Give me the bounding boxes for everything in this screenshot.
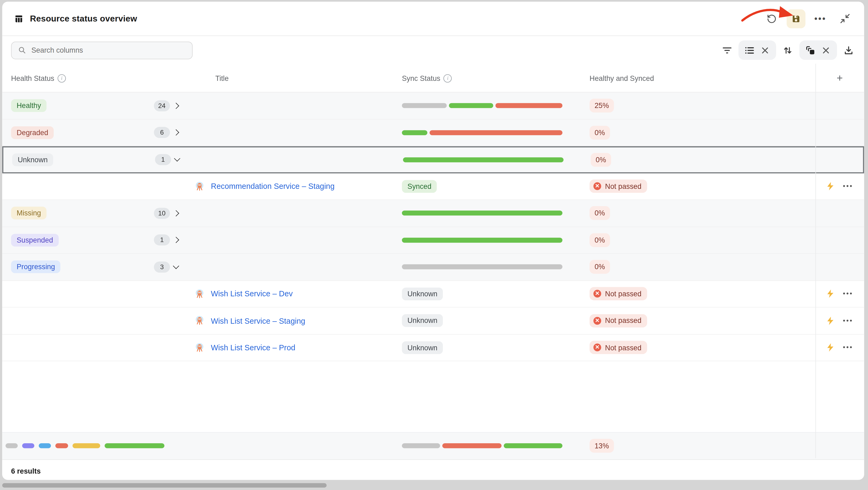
- add-column-button[interactable]: +: [837, 72, 843, 84]
- view-mode-group: [738, 40, 776, 60]
- more-options-button[interactable]: •••: [811, 9, 830, 28]
- row-count: 1: [154, 234, 170, 246]
- expand-toggle[interactable]: 1: [154, 234, 180, 246]
- resource-link[interactable]: Wish List Service – Prod: [211, 343, 296, 352]
- collapse-toggle[interactable]: 1: [155, 154, 182, 165]
- table-row[interactable]: Missing 10 0%: [2, 200, 864, 227]
- table-footer: 6 results: [2, 460, 864, 480]
- info-icon[interactable]: i: [58, 74, 66, 82]
- group-by-button[interactable]: [804, 44, 817, 57]
- download-icon: [844, 46, 853, 55]
- copy-stack-icon: [805, 45, 815, 55]
- sort-icon: [783, 46, 792, 55]
- page-title: Resource status overview: [30, 14, 137, 24]
- widget-header: Resource status overview: [2, 2, 864, 36]
- bar-segment: [430, 130, 563, 135]
- collapse-icon: [840, 14, 849, 23]
- info-icon[interactable]: i: [444, 74, 452, 82]
- clear-grouping-button[interactable]: [819, 44, 833, 57]
- grouping-group: [799, 40, 837, 60]
- resource-link[interactable]: Wish List Service – Staging: [211, 316, 305, 325]
- add-column-cell: +: [815, 72, 864, 84]
- octopus-avatar-icon: [195, 343, 204, 352]
- table-row[interactable]: Wish List Service – Prod Unknown ✕ Not p…: [2, 335, 864, 361]
- column-header-title[interactable]: Title: [185, 74, 402, 82]
- healthy-synced-summary-badge: 13%: [590, 439, 614, 453]
- resource-status-widget: Resource status overview: [2, 2, 864, 480]
- column-label: Healthy and Synced: [590, 74, 654, 82]
- expand-toggle[interactable]: 6: [154, 127, 180, 138]
- row-count: 24: [154, 100, 170, 111]
- sync-status-bar: [403, 157, 564, 162]
- search-input[interactable]: [30, 46, 185, 55]
- table-row[interactable]: Suspended 1 0%: [2, 227, 864, 254]
- octopus-avatar-icon: [195, 182, 204, 191]
- row-count: 1: [155, 154, 171, 165]
- filter-button[interactable]: [720, 44, 734, 57]
- table-row[interactable]: Wish List Service – Staging Unknown ✕ No…: [2, 308, 864, 335]
- sync-status-bar: [402, 264, 562, 269]
- table-row-selected[interactable]: Unknown 1 0%: [2, 146, 864, 173]
- bar-segment: [22, 443, 34, 449]
- row-more-button[interactable]: •••: [843, 344, 853, 351]
- resource-link[interactable]: Wish List Service – Dev: [211, 289, 293, 298]
- lightning-icon[interactable]: [827, 343, 834, 352]
- check-status-label: Not passed: [605, 183, 642, 190]
- horizontal-scrollbar[interactable]: [2, 483, 327, 488]
- lightning-icon[interactable]: [827, 182, 834, 191]
- bar-segment: [402, 103, 446, 108]
- results-count: 6 results: [11, 467, 40, 475]
- bar-segment: [402, 130, 427, 135]
- table-empty-space: [2, 361, 864, 432]
- search-icon: [18, 46, 26, 54]
- table-row[interactable]: Healthy 24 25%: [2, 92, 864, 119]
- download-button[interactable]: [842, 44, 856, 57]
- row-count: 6: [154, 127, 170, 138]
- column-divider: [815, 64, 816, 458]
- collapse-widget-button[interactable]: [835, 9, 854, 28]
- row-more-button[interactable]: •••: [843, 183, 853, 190]
- chevron-right-icon: [173, 237, 179, 243]
- header-actions: •••: [762, 9, 854, 28]
- bar-segment: [449, 103, 493, 108]
- expand-toggle[interactable]: 24: [154, 100, 181, 111]
- sort-button[interactable]: [781, 44, 795, 57]
- sync-status-badge: Unknown: [402, 287, 443, 300]
- table-row[interactable]: Progressing 3 0%: [2, 254, 864, 281]
- bar-segment: [402, 211, 562, 216]
- column-header-healthy-and-synced[interactable]: Healthy and Synced: [590, 74, 816, 82]
- row-more-button[interactable]: •••: [843, 290, 853, 297]
- resource-link[interactable]: Recommendation Service – Staging: [211, 182, 335, 191]
- check-status-badge: ✕ Not passed: [590, 314, 647, 327]
- table-header-row: Health Status i Title Sync Status i Heal…: [2, 64, 864, 92]
- save-button[interactable]: [787, 9, 805, 28]
- undo-button[interactable]: [762, 9, 781, 28]
- expand-toggle[interactable]: 10: [154, 208, 181, 219]
- failed-check-icon: ✕: [593, 182, 601, 190]
- failed-check-icon: ✕: [593, 317, 601, 324]
- collapse-toggle[interactable]: 3: [154, 261, 180, 273]
- check-status-label: Not passed: [605, 290, 642, 297]
- bar-segment: [72, 443, 100, 449]
- column-header-health-status[interactable]: Health Status i: [2, 74, 185, 82]
- lightning-icon[interactable]: [827, 289, 834, 298]
- table-row[interactable]: Recommendation Service – Staging Synced …: [2, 173, 864, 200]
- close-icon: [823, 47, 829, 54]
- bar-segment: [503, 443, 563, 449]
- column-header-sync-status[interactable]: Sync Status i: [402, 74, 589, 82]
- row-more-button[interactable]: •••: [843, 317, 853, 324]
- table-row[interactable]: Wish List Service – Dev Unknown ✕ Not pa…: [2, 281, 864, 308]
- status-badge: Healthy: [11, 99, 46, 112]
- table-row[interactable]: Degraded 6 0%: [2, 119, 864, 146]
- clear-view-button[interactable]: [758, 44, 772, 57]
- undo-icon: [767, 14, 777, 24]
- bar-segment: [495, 103, 562, 108]
- bar-segment: [442, 443, 501, 449]
- healthy-synced-badge: 0%: [590, 260, 610, 274]
- toolbar-right-actions: [720, 40, 855, 60]
- search-box[interactable]: [11, 41, 193, 59]
- list-view-button[interactable]: [743, 44, 756, 57]
- check-status-badge: ✕ Not passed: [590, 341, 647, 354]
- lightning-icon[interactable]: [827, 316, 834, 325]
- bar-segment: [105, 443, 164, 449]
